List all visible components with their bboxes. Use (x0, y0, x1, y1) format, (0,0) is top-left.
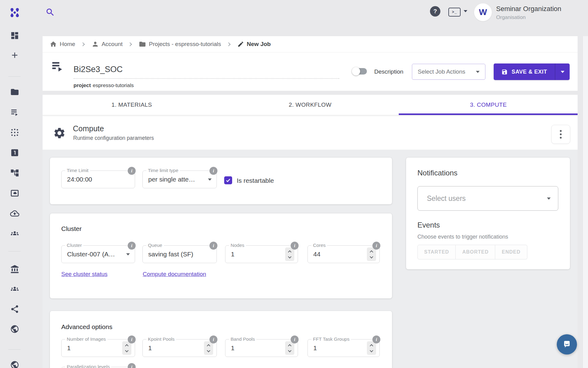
info-icon[interactable]: i (209, 335, 217, 343)
job-playlist-icon[interactable] (51, 59, 65, 73)
breadcrumb-label: Home (60, 41, 75, 48)
chevron-right-icon (128, 42, 132, 46)
scrollbar[interactable] (582, 36, 588, 368)
info-icon[interactable]: i (128, 335, 136, 343)
cores-stepper[interactable]: Cores 44 i (307, 245, 380, 263)
members-group-icon[interactable] (0, 285, 29, 294)
breadcrumb-label: New Job (247, 41, 271, 48)
dashboard-icon[interactable] (0, 31, 29, 40)
field-label: FFT Task Groups (311, 336, 351, 342)
time-limit-type-select[interactable]: Time limit type per single atte… i (142, 171, 217, 188)
parallelization-levels-field[interactable]: Parallelization levels i (61, 367, 135, 368)
kpoint-pools-stepper[interactable]: Kpoint Pools 1 i (142, 339, 217, 357)
avatar[interactable]: W (474, 3, 492, 21)
search-icon[interactable] (45, 7, 55, 17)
projects-folder-icon[interactable] (0, 87, 29, 97)
info-icon[interactable]: i (128, 363, 136, 368)
wallpaper-image-icon[interactable] (0, 189, 29, 198)
field-value: saving fast (SF) (148, 251, 193, 258)
workflows-tree-icon[interactable] (0, 168, 29, 178)
info-icon[interactable]: i (372, 242, 380, 250)
section-menu-button[interactable] (551, 125, 570, 144)
field-value: 1 (67, 344, 71, 352)
section-title: Compute (73, 124, 104, 133)
share-icon[interactable] (0, 305, 29, 314)
chevron-up-icon (125, 344, 128, 347)
save-dropdown-button[interactable] (555, 63, 570, 80)
breadcrumb-projects[interactable]: Projects - espresso-tutorials (139, 40, 221, 48)
cloud-upload-icon[interactable] (0, 209, 29, 218)
event-started-button[interactable]: STARTED (417, 245, 456, 259)
select-users-placeholder: Select users (427, 194, 547, 203)
save-exit-button[interactable]: SAVE & EXIT (494, 63, 570, 80)
breadcrumb: Home Account Projects - espresso-tutoria… (43, 36, 578, 52)
band-pools-stepper[interactable]: Band Pools 1 i (225, 339, 298, 357)
info-icon[interactable]: i (291, 335, 299, 343)
field-label: Cores (311, 243, 327, 248)
compute-documentation-link[interactable]: Compute documentation (143, 271, 206, 278)
queue-field[interactable]: Queue saving fast (SF) i (142, 245, 217, 263)
help-icon[interactable]: ? (430, 6, 440, 17)
info-icon[interactable]: i (128, 242, 136, 250)
jobs-playlist-icon[interactable] (0, 108, 29, 117)
event-ended-button[interactable]: ENDED (495, 245, 527, 259)
job-project-line: projectespresso-tutorials (74, 82, 134, 89)
select-users-dropdown[interactable]: Select users (417, 186, 558, 211)
breadcrumb-label: Account (102, 41, 123, 48)
time-limit-field[interactable]: Time Limit 24:00:00 i (61, 171, 135, 188)
number-stepper[interactable] (285, 341, 294, 355)
public-globe-icon[interactable] (0, 324, 29, 334)
job-title[interactable]: Bi2Se3_SOC (74, 65, 123, 74)
organization-bank-icon[interactable] (0, 265, 29, 274)
add-icon[interactable] (0, 51, 29, 60)
is-restartable-checkbox[interactable] (224, 176, 232, 184)
chat-icon (561, 339, 572, 350)
notifications-card: Notifications Select users Events Choose… (406, 158, 570, 269)
fft-task-groups-stepper[interactable]: FFT Task Groups 1 i (307, 339, 380, 357)
materials-atoms-icon[interactable] (0, 128, 29, 137)
team-group-icon[interactable] (0, 229, 29, 238)
sidebar (0, 0, 29, 368)
field-label: Cluster (65, 243, 83, 248)
terminal-chevron-down-icon[interactable] (464, 10, 467, 12)
number-stepper[interactable] (285, 247, 294, 261)
job-actions-select[interactable]: Select Job Actions (412, 64, 485, 80)
tab-workflow[interactable]: 2. WORKFLOW (221, 95, 399, 115)
cluster-select[interactable]: Cluster Cluster-007 (A… i (61, 245, 135, 263)
info-icon[interactable]: i (291, 242, 299, 250)
info-icon[interactable]: i (128, 167, 136, 175)
app-logo-icon[interactable] (8, 6, 21, 19)
cluster-status-link[interactable]: See cluster status (61, 271, 107, 278)
number-stepper[interactable] (122, 341, 131, 355)
chevron-up-icon (207, 344, 210, 347)
breadcrumb-account[interactable]: Account (92, 40, 123, 48)
chevron-down-icon (547, 197, 551, 200)
number-stepper[interactable] (367, 341, 376, 355)
language-globe-icon[interactable] (0, 360, 29, 368)
main-panel: Home Account Projects - espresso-tutoria… (43, 36, 578, 368)
advanced-options-card: Advanced options Number of Images 1 i Kp… (50, 311, 392, 368)
field-label: Nodes (229, 243, 246, 248)
header-separator (43, 91, 578, 95)
breadcrumb-label: Projects - espresso-tutorials (149, 41, 221, 48)
field-label: Time limit type (146, 168, 180, 173)
number-of-images-stepper[interactable]: Number of Images 1 i (61, 339, 135, 357)
info-icon[interactable]: i (209, 167, 217, 175)
breadcrumb-home[interactable]: Home (50, 40, 75, 48)
chevron-down-icon (208, 178, 212, 181)
number-stepper[interactable] (204, 341, 213, 355)
event-aborted-button[interactable]: ABORTED (456, 245, 495, 259)
check-icon (225, 178, 231, 183)
chevron-down-icon (370, 255, 373, 258)
tab-materials[interactable]: 1. MATERIALS (43, 95, 221, 115)
number-stepper[interactable] (367, 247, 376, 261)
field-value: 1 (231, 251, 235, 258)
info-icon[interactable]: i (372, 335, 380, 343)
info-icon[interactable]: i (209, 242, 217, 250)
description-toggle[interactable] (353, 68, 367, 75)
tab-compute[interactable]: 3. COMPUTE (399, 95, 578, 115)
terminal-icon[interactable]: >_ (448, 8, 461, 17)
chat-bubble-button[interactable] (557, 334, 577, 355)
nodes-stepper[interactable]: Nodes 1 i (225, 245, 298, 263)
looks-one-icon[interactable] (0, 148, 29, 157)
